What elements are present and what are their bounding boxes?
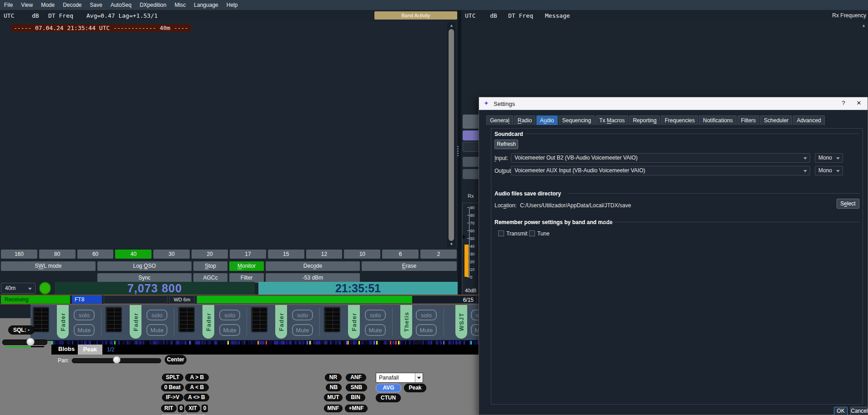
solo-button[interactable]: solo (292, 310, 313, 320)
mnf-button[interactable]: MNF (324, 405, 343, 412)
band-40-button[interactable]: 40 (115, 250, 151, 259)
rx-status-lamp[interactable] (39, 282, 51, 295)
settings-tab-scheduler[interactable]: Scheduler (760, 115, 792, 125)
channel-label-fader[interactable]: Fader (275, 305, 287, 339)
left-panel-scrollbar[interactable]: ▲ ▼ (447, 22, 455, 247)
a-swap-b-button[interactable]: A <> B (184, 394, 209, 401)
scrollbar-thumb[interactable] (449, 29, 454, 241)
side-button-purple[interactable] (463, 130, 479, 140)
settings-tab-advanced[interactable]: Advanced (793, 115, 824, 125)
help-button[interactable]: ? (838, 100, 848, 108)
mute-button[interactable]: Mute (416, 324, 437, 336)
menu-autoseq[interactable]: AutoSeq (106, 2, 136, 8)
settings-tab-audio[interactable]: Audio (536, 115, 558, 125)
refresh-button[interactable]: Refresh (495, 140, 518, 149)
menu-decode[interactable]: Decode (59, 2, 86, 8)
mute-button[interactable]: Mute (74, 324, 95, 336)
band-activity-button[interactable]: Band Activity (374, 11, 457, 20)
band-60-button[interactable]: 60 (77, 250, 114, 259)
solo-button[interactable]: solo (471, 310, 479, 320)
mute-button[interactable]: Mute (292, 324, 313, 336)
input-channel-select[interactable]: Mono (815, 153, 843, 163)
solo-button[interactable]: solo (146, 310, 167, 320)
tab-peak[interactable]: Peak (78, 345, 102, 355)
settings-tab-frequencies[interactable]: Frequencies (661, 115, 698, 125)
mute-button[interactable]: Mute (146, 324, 167, 336)
settings-tab-general[interactable]: General (486, 115, 513, 125)
close-icon[interactable]: ✕ (854, 100, 864, 108)
mut-button[interactable]: MUT (324, 394, 343, 401)
band-80-button[interactable]: 80 (39, 250, 76, 259)
settings-tab-notifications[interactable]: Notifications (699, 115, 736, 125)
decode-button[interactable]: Decode (266, 261, 360, 271)
settings-tab-sequencing[interactable]: Sequencing (559, 115, 595, 125)
dropdown-button[interactable] (415, 373, 423, 382)
solo-button[interactable]: solo (219, 310, 240, 320)
tune-checkbox-label[interactable]: Tune (537, 230, 550, 237)
mode-badge[interactable]: FT8 (72, 295, 102, 304)
center-button[interactable]: Center (165, 355, 187, 365)
output-device-select[interactable]: Voicemeeter AUX Input (VB-Audio Voicemee… (511, 166, 810, 175)
band-30-button[interactable]: 30 (153, 250, 190, 259)
settings-tab-radio[interactable]: Radio (514, 115, 535, 125)
nr-button[interactable]: NR (325, 374, 342, 381)
drag-handle-icon[interactable] (457, 145, 459, 157)
a-lt-b-button[interactable]: A < B (185, 384, 209, 391)
band-activity-panel[interactable]: ----- 07.04.24 21:35:44 UTC ------------… (0, 21, 458, 248)
snb-button[interactable]: SNB (346, 384, 367, 391)
channel-label-fader[interactable]: Fader (202, 305, 214, 339)
menu-misc[interactable]: Misc (171, 2, 190, 8)
transmit-checkbox[interactable] (498, 230, 504, 236)
settings-tab-filters[interactable]: Filters (737, 115, 760, 125)
solo-button[interactable]: solo (365, 310, 386, 320)
solo-button[interactable]: solo (74, 310, 95, 320)
menu-mode[interactable]: Mode (37, 2, 59, 8)
band-160-button[interactable]: 160 (1, 250, 37, 259)
erase-button[interactable]: Erase (362, 261, 457, 271)
settings-tab-tx-macros[interactable]: Tx Macros (595, 115, 628, 125)
menu-file[interactable]: File (0, 2, 17, 8)
signal-level-button[interactable]: -53 dBm (266, 273, 360, 283)
xit-value[interactable]: 0 (202, 405, 208, 412)
frequency-display[interactable]: 7,073 800 (55, 282, 255, 295)
side-button-3[interactable] (463, 157, 479, 167)
fader-slider[interactable] (106, 307, 122, 332)
plus-mnf-button[interactable]: +MNF (345, 405, 368, 412)
channel-label-thetis[interactable]: Thetis (400, 305, 412, 339)
tab-blobs[interactable]: Blobs (58, 345, 75, 352)
select-directory-button[interactable]: Select (837, 199, 859, 209)
mute-button[interactable]: Mute (219, 324, 240, 336)
fader-slider[interactable] (33, 307, 49, 332)
zero-beat-button[interactable]: 0 Beat (161, 384, 184, 391)
scroll-down-icon[interactable]: ▼ (449, 242, 454, 246)
menu-view[interactable]: View (17, 2, 37, 8)
side-button-4[interactable] (463, 169, 479, 179)
xit-button[interactable]: XIT (185, 405, 200, 412)
band-17-button[interactable]: 17 (230, 250, 266, 259)
transmit-checkbox-label[interactable]: Transmit (506, 230, 527, 237)
nb-button[interactable]: NB (326, 384, 342, 391)
ok-button[interactable]: OK (834, 407, 848, 415)
rit-value[interactable]: 0 (178, 405, 184, 412)
band-12-button[interactable]: 12 (306, 250, 343, 259)
band-selector[interactable]: 40m (1, 283, 35, 294)
agcc-button[interactable]: AGCc (193, 273, 227, 283)
bin-button[interactable]: BIN (346, 394, 365, 401)
band-10-button[interactable]: 10 (344, 250, 380, 259)
menu-dxpedition[interactable]: DXpedition (136, 2, 171, 8)
monitor-button[interactable]: Monitor (229, 261, 264, 271)
sql-slider-knob[interactable] (26, 338, 35, 346)
peak-button[interactable]: Peak (404, 384, 426, 392)
rit-button[interactable]: RIT (161, 405, 177, 412)
input-device-select[interactable]: Voicemeeter Out B2 (VB-Audio Voicemeeter… (511, 153, 810, 163)
swl-mode-button[interactable]: SWL mode (1, 261, 96, 271)
band-6-button[interactable]: 6 (382, 250, 419, 259)
output-channel-select[interactable]: Mono (815, 166, 843, 175)
status-message-field[interactable] (104, 295, 167, 304)
settings-tab-reporting[interactable]: Reporting (629, 115, 660, 125)
splt-button[interactable]: SPLT (162, 374, 183, 381)
fader-slider[interactable] (178, 307, 195, 332)
channel-label-fader[interactable]: Fader (130, 305, 141, 339)
mute-button[interactable]: Mute (471, 324, 479, 336)
menu-language[interactable]: Language (190, 2, 222, 8)
